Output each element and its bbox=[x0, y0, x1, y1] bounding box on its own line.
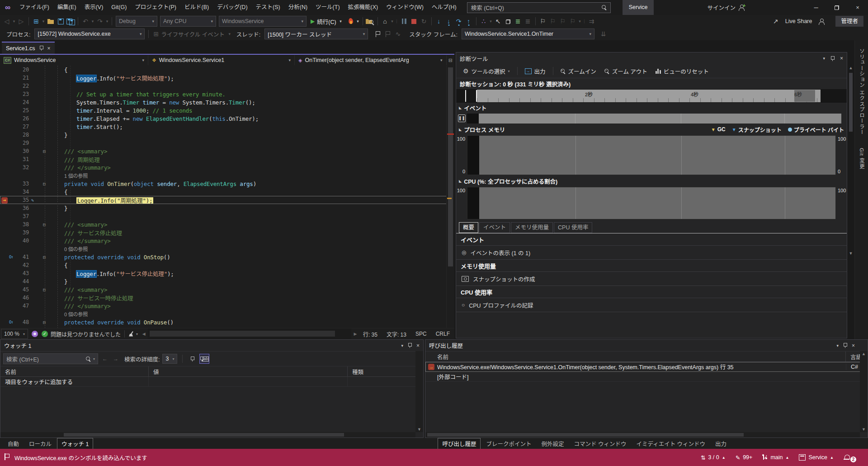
close-icon[interactable]: × bbox=[852, 342, 855, 349]
events-track[interactable]: ❚❚ bbox=[456, 113, 847, 124]
pin-icon[interactable] bbox=[843, 343, 847, 348]
events-section-header[interactable]: ◢イベント bbox=[456, 103, 847, 113]
pointer-icon[interactable]: ↖ bbox=[493, 16, 503, 26]
code-line[interactable]: 26timer.Elapsed += new ElapsedEventHandl… bbox=[0, 114, 447, 123]
summary-action-link[interactable]: ○CPU プロファイルの記録 bbox=[456, 298, 847, 312]
health-message[interactable]: 問題は見つかりませんでした bbox=[51, 330, 121, 338]
type-dropdown[interactable]: ❖ WindowsService.Service1 ▾ bbox=[148, 55, 295, 65]
document-tab[interactable]: Service1.cs × bbox=[2, 42, 55, 54]
fold-marker-icon[interactable]: ⊟ bbox=[41, 181, 48, 186]
fold-marker-icon[interactable]: ⊟ bbox=[41, 222, 48, 227]
sign-in-button[interactable]: サインイン + bbox=[707, 3, 747, 12]
step-over-icon[interactable]: ↷ bbox=[454, 16, 464, 26]
menu-item[interactable]: デバッグ(D) bbox=[213, 0, 251, 15]
codelens-row[interactable]: 1 個の参照 bbox=[0, 171, 447, 180]
previous-match-icon[interactable]: ← bbox=[101, 356, 109, 362]
codelens-row[interactable]: 0 個の参照 bbox=[0, 310, 447, 318]
panel-tab[interactable]: 自動 bbox=[3, 438, 24, 449]
code-line[interactable]: 27timer.Start(); bbox=[0, 123, 447, 131]
memory-graph[interactable]: 100 0 100 0 bbox=[456, 134, 847, 176]
chevron-down-icon[interactable]: ▾ bbox=[356, 16, 360, 26]
minimize-icon[interactable]: ─ bbox=[806, 0, 826, 15]
code-line[interactable]: 30⊟/// <summary> bbox=[0, 147, 447, 155]
code-line[interactable]: O↑48⊟protected override void OnPause() bbox=[0, 318, 447, 326]
menu-item[interactable]: ヘルプ(H) bbox=[428, 0, 461, 15]
watch-horizontal-scrollbar[interactable] bbox=[0, 432, 415, 437]
indentation-mode[interactable]: SPC bbox=[411, 331, 431, 337]
next-match-icon[interactable]: → bbox=[112, 356, 120, 362]
redo-icon[interactable]: ↷ bbox=[95, 16, 105, 26]
solution-explorer-home-icon[interactable]: ⌂ bbox=[380, 16, 390, 26]
stack-frame-select[interactable]: WindowsService.Service1.OnTimer▾ bbox=[462, 29, 594, 39]
cpu-graph[interactable]: 100 100 bbox=[456, 186, 847, 220]
diagnostics-tab[interactable]: イベント bbox=[479, 222, 510, 233]
notifications-button[interactable]: 2 bbox=[844, 453, 856, 462]
panel-tab[interactable]: ブレークポイント bbox=[481, 438, 536, 449]
save-icon[interactable] bbox=[56, 16, 66, 26]
code-line[interactable]: 36} bbox=[0, 204, 447, 212]
parallel-stacks-icon[interactable]: ⇊ bbox=[599, 29, 609, 39]
diag-tool-zoom-in[interactable]: +ズームイン bbox=[557, 66, 599, 76]
continue-button[interactable]: ▶ 続行(C) ▾ bbox=[311, 16, 343, 26]
split-editor-icon[interactable]: ⊟ bbox=[447, 57, 454, 63]
column-header[interactable]: 種類 bbox=[348, 366, 423, 376]
lifecycle-label[interactable]: ライフサイクル イベント bbox=[161, 30, 224, 38]
flag-thread-icon[interactable] bbox=[373, 29, 383, 39]
codelens-row[interactable]: 0 個の参照 bbox=[0, 245, 447, 253]
codelens-references[interactable]: 0 個の参照 bbox=[64, 312, 88, 317]
platform-select[interactable]: Any CPU▾ bbox=[160, 16, 216, 27]
diag-tool-gear[interactable]: ⚙ツールの選択▾ bbox=[460, 66, 513, 76]
bookmark-icon[interactable]: ⚐ bbox=[538, 16, 548, 26]
previous-bookmark-icon[interactable]: ⚐ bbox=[548, 16, 558, 26]
live-share-icon[interactable]: ↗ bbox=[771, 16, 781, 26]
search-input[interactable]: 検索 (Ctrl+Q) bbox=[467, 2, 611, 13]
menu-item[interactable]: ビルド(B) bbox=[180, 0, 213, 15]
chevron-down-icon[interactable]: ▾ bbox=[578, 16, 582, 26]
summary-action-link[interactable]: ◎イベントの表示 (1 の 1) bbox=[456, 246, 847, 260]
diag-tool-reset-view[interactable]: ビューのリセット bbox=[652, 66, 712, 76]
panel-tab[interactable]: 例外設定 bbox=[537, 438, 569, 449]
format-selection-icon[interactable]: ≣ bbox=[523, 16, 533, 26]
menu-item[interactable]: 編集(E) bbox=[53, 0, 80, 15]
code-line[interactable]: 45⊟/// <summary> bbox=[0, 285, 447, 294]
panel-tab[interactable]: 出力 bbox=[711, 438, 731, 449]
callstack-row[interactable]: →WindowsService.exe!WindowsService.Servi… bbox=[425, 362, 868, 372]
hot-reload-icon[interactable] bbox=[346, 16, 356, 26]
scroll-right-icon[interactable]: ▶ bbox=[352, 332, 359, 336]
code-line[interactable]: 29 bbox=[0, 139, 447, 147]
chevron-down-icon[interactable]: ▾ bbox=[90, 16, 95, 26]
watch-add-row[interactable]: 項目をウォッチに追加する bbox=[0, 377, 423, 387]
code-line[interactable]: →35✎Logger.Info("周期処理"); bbox=[0, 196, 447, 204]
code-line[interactable]: 33⊟private void OnTimer(object sender, E… bbox=[0, 180, 447, 188]
panel-tab[interactable]: ウォッチ 1 bbox=[57, 438, 93, 449]
diagnostics-tab[interactable]: CPU 使用率 bbox=[554, 222, 592, 233]
code-line[interactable]: 32/// </summary> bbox=[0, 163, 447, 171]
break-all-icon[interactable] bbox=[399, 16, 409, 26]
intellicode-icon[interactable] bbox=[32, 331, 38, 337]
fold-marker-icon[interactable]: ⊟ bbox=[41, 255, 48, 260]
thread-select[interactable]: [1500] ワーカー スレッド▾ bbox=[264, 29, 368, 39]
callstack-vertical-scrollbar[interactable]: ▲▼ bbox=[860, 351, 868, 432]
editor-scrollbar[interactable] bbox=[446, 66, 454, 328]
menu-item[interactable]: プロジェクト(P) bbox=[131, 0, 180, 15]
stop-debugging-icon[interactable] bbox=[409, 16, 419, 26]
line-ending[interactable]: CRLF bbox=[431, 331, 454, 337]
panel-tab[interactable]: 呼び出し履歴 bbox=[438, 438, 481, 449]
override-indicator-icon[interactable]: O↑ bbox=[9, 320, 16, 324]
callstack-row[interactable]: [外部コード] bbox=[425, 372, 868, 382]
open-folder-icon[interactable] bbox=[46, 16, 56, 26]
live-share-label[interactable]: Live Share bbox=[785, 18, 812, 24]
code-line[interactable]: 28} bbox=[0, 131, 447, 139]
codelens-references[interactable]: 1 個の参照 bbox=[64, 173, 88, 179]
restart-icon[interactable]: ↻ bbox=[419, 16, 429, 26]
code-line[interactable]: 25timer.Interval = 1000; // 1 seconds bbox=[0, 106, 447, 114]
close-icon[interactable]: × bbox=[416, 342, 420, 349]
summary-action-link[interactable]: スナップショットの作成 bbox=[456, 272, 847, 286]
cpu-section-header[interactable]: ◢CPU (%: 全プロセッサに占める割合) bbox=[456, 176, 847, 186]
codelens-references[interactable]: 0 個の参照 bbox=[64, 247, 88, 252]
unflag-threads-icon[interactable] bbox=[383, 29, 393, 39]
code-line[interactable]: 20{ bbox=[0, 66, 447, 74]
menu-item[interactable]: ツール(T) bbox=[311, 0, 344, 15]
process-select[interactable]: [15072] WindowsService.exe▾ bbox=[34, 29, 145, 39]
close-icon[interactable]: × bbox=[840, 55, 843, 62]
